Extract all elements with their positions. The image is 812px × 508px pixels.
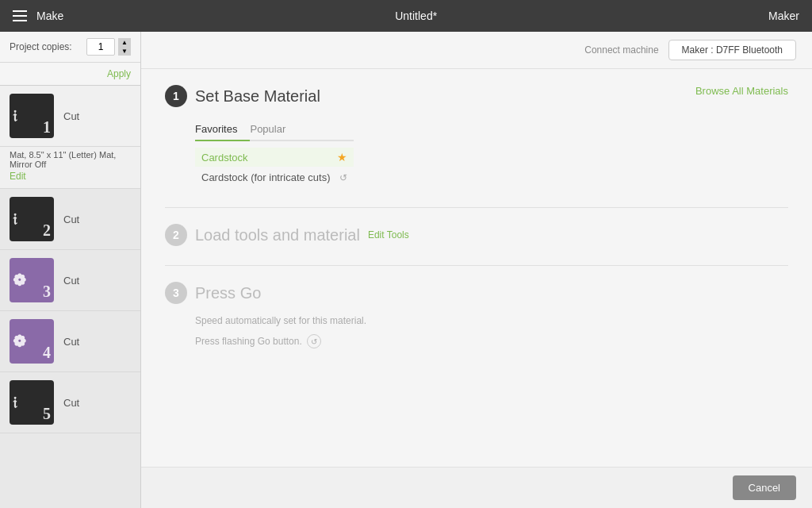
copies-up-button[interactable]: ▲ (118, 38, 131, 47)
circle-icon: ↺ (339, 172, 347, 183)
material-item-cardstock[interactable]: Cardstock ★ (195, 148, 354, 167)
item-label-2: Cut (63, 214, 79, 225)
item-number-5: 5 (43, 405, 51, 423)
connect-machine-button[interactable]: Maker : D7FF Bluetooth (668, 40, 796, 60)
project-copies-label: Project copies: (10, 41, 72, 52)
item-thumbnail-5: 𝔦 5 (10, 380, 54, 425)
steps-area: 1 Set Base Material Favorites Popular (141, 69, 812, 467)
apply-button[interactable]: Apply (107, 68, 131, 79)
item-letter-5: 𝔦 (10, 394, 17, 412)
connect-label: Connect machine (584, 44, 658, 56)
item-label-5: Cut (63, 397, 79, 409)
material-list: Cardstock ★ Cardstock (for intricate cut… (195, 148, 354, 188)
step-3-header: 3 Press Go (165, 282, 788, 304)
main-layout: Project copies: ▲ ▼ Apply 𝔦 1 Cut (0, 32, 812, 508)
item-thumbnail-3: ❁ 3 (10, 258, 54, 302)
item-label-1: Cut (63, 110, 79, 122)
step-2-circle: 2 (165, 224, 187, 246)
app-header: Make Untitled* Maker (0, 0, 812, 32)
copies-input-wrap: ▲ ▼ (86, 38, 131, 56)
step-divider-2 (165, 265, 788, 266)
mat-info-bar: Mat, 8.5" x 11" (Letter) Mat, Mirror Off… (0, 147, 140, 189)
item-letter-3: ❁ (10, 271, 26, 290)
item-thumbnail-4: ❁ 4 (10, 319, 54, 364)
item-number-3: 3 (43, 283, 51, 301)
copies-input[interactable] (86, 38, 115, 56)
step-3-title: Press Go (195, 284, 261, 302)
item-label-4: Cut (63, 336, 79, 348)
step-2-section: 2 Load tools and material Edit Tools (165, 224, 788, 246)
material-tabs: Favorites Popular (195, 118, 354, 141)
step-1-section: 1 Set Base Material Favorites Popular (165, 85, 788, 188)
item-letter-1: 𝔦 (10, 107, 17, 125)
sidebar-item[interactable]: ❁ 4 Cut (0, 311, 140, 372)
item-letter-2: 𝔦 (10, 210, 17, 229)
item-label-3: Cut (63, 275, 79, 287)
sidebar: Project copies: ▲ ▼ Apply 𝔦 1 Cut (0, 32, 141, 508)
item-number-1: 1 (43, 118, 51, 137)
connect-bar: Connect machine Maker : D7FF Bluetooth (141, 32, 812, 69)
item-number-4: 4 (43, 344, 51, 362)
sidebar-item[interactable]: 𝔦 2 Cut (0, 189, 140, 250)
step-2-title: Load tools and material (195, 226, 360, 244)
copies-arrows: ▲ ▼ (118, 38, 131, 56)
material-name-intricate: Cardstock (for intricate cuts) (201, 171, 331, 183)
browse-materials-link[interactable]: Browse All Materials (695, 85, 788, 97)
step-3-go-note: Press flashing Go button. ↺ (195, 334, 788, 348)
item-thumbnail-1: 𝔦 1 (10, 94, 54, 138)
step-2-header: 2 Load tools and material Edit Tools (165, 224, 788, 246)
step-1-title: Set Base Material (195, 87, 320, 106)
copies-down-button[interactable]: ▼ (118, 47, 131, 56)
menu-icon[interactable] (13, 10, 27, 21)
item-thumbnail-2: 𝔦 2 (10, 197, 54, 241)
make-label: Make (36, 10, 63, 22)
star-icon: ★ (337, 151, 347, 164)
material-name-cardstock: Cardstock (201, 152, 248, 164)
material-item-intricate[interactable]: Cardstock (for intricate cuts) ↺ (195, 167, 354, 188)
go-circle-icon: ↺ (307, 334, 321, 348)
mat-info-text: Mat, 8.5" x 11" (Letter) Mat, Mirror Off (10, 150, 131, 169)
footer: Cancel (141, 467, 812, 508)
machine-label: Maker (768, 10, 799, 22)
step-1-header: 1 Set Base Material (165, 85, 354, 107)
edit-tools-link[interactable]: Edit Tools (368, 229, 409, 241)
step-3-speed-note: Speed automatically set for this materia… (195, 315, 788, 326)
document-title: Untitled* (63, 10, 768, 22)
step-3-section: 3 Press Go Speed automatically set for t… (165, 282, 788, 348)
tab-favorites[interactable]: Favorites (195, 118, 250, 141)
step-1-circle: 1 (165, 85, 187, 107)
tab-popular[interactable]: Popular (250, 118, 298, 141)
apply-bar: Apply (0, 63, 140, 86)
item-letter-4: ❁ (10, 332, 26, 351)
step-3-circle: 3 (165, 282, 187, 304)
step-divider-1 (165, 207, 788, 208)
sidebar-item[interactable]: ❁ 3 Cut (0, 250, 140, 311)
project-copies-bar: Project copies: ▲ ▼ (0, 32, 140, 63)
sidebar-item-list: 𝔦 1 Cut Mat, 8.5" x 11" (Letter) Mat, Mi… (0, 86, 140, 508)
sidebar-item[interactable]: 𝔦 1 Cut (0, 86, 140, 147)
edit-link[interactable]: Edit (10, 171, 131, 182)
main-content: Connect machine Maker : D7FF Bluetooth 1… (141, 32, 812, 508)
cancel-button[interactable]: Cancel (733, 475, 796, 500)
sidebar-item[interactable]: 𝔦 5 Cut (0, 372, 140, 433)
item-number-2: 2 (43, 221, 51, 240)
